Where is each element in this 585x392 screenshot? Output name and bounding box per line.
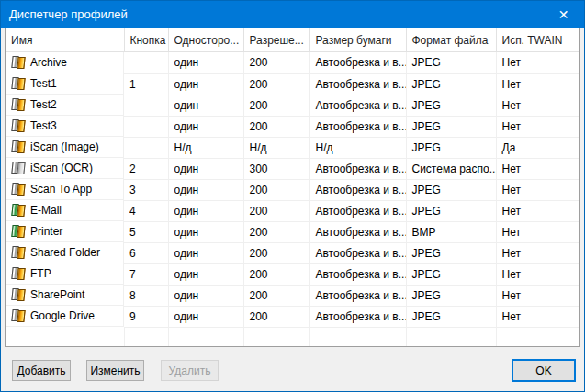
profile-manager-dialog: Диспетчер профилей ✕ Имя Кнопка Одностор… — [0, 0, 585, 392]
cell-button: 4 — [124, 200, 168, 221]
cell-name: FTP — [6, 263, 124, 285]
cell-button: 3 — [124, 179, 168, 200]
profile-books-icon — [11, 182, 27, 196]
table-row[interactable]: SharePoint8один200Автообрезка и в...JPEG… — [6, 285, 579, 306]
cell-twain: Нет — [496, 73, 579, 95]
cell-format: JPEG — [406, 137, 496, 158]
column-header-name[interactable]: Имя — [6, 28, 124, 52]
empty-row — [6, 327, 579, 346]
cell-resolution: 200 — [243, 179, 309, 200]
empty-cell — [168, 327, 243, 346]
column-header-button[interactable]: Кнопка — [124, 28, 168, 52]
cell-paper: Н/д — [309, 137, 406, 158]
table-row[interactable]: iScan (OCR)2один300Автообрезка и в...Сис… — [6, 158, 579, 179]
cell-paper: Автообрезка и в... — [309, 263, 406, 285]
cell-name: SharePoint — [6, 285, 124, 306]
cell-simplex: один — [168, 158, 243, 179]
column-header-simplex[interactable]: Односторо... — [168, 28, 243, 52]
cell-twain: Да — [496, 137, 579, 158]
table-row[interactable]: Shared Folder6один200Автообрезка и в...J… — [6, 242, 579, 263]
cell-button — [124, 52, 168, 74]
profile-name: E-Mail — [30, 204, 62, 217]
cell-twain: Нет — [496, 306, 579, 327]
empty-cell — [243, 327, 309, 346]
cell-button — [124, 116, 168, 137]
cell-button: 9 — [124, 306, 168, 327]
cell-format: JPEG — [406, 116, 496, 137]
profile-books-icon — [11, 224, 27, 239]
cell-name: iScan (OCR) — [6, 158, 124, 179]
cell-format: JPEG — [406, 242, 496, 263]
profile-books-icon — [11, 118, 27, 133]
cell-resolution: 200 — [243, 95, 309, 116]
column-header-paper[interactable]: Размер бумаги — [309, 28, 406, 52]
profile-name: Printer — [30, 225, 62, 238]
cell-button: 1 — [124, 73, 168, 95]
cell-simplex: один — [168, 52, 243, 74]
cell-button: 7 — [124, 263, 168, 285]
cell-format: JPEG — [406, 52, 496, 74]
add-button[interactable]: Добавить — [12, 360, 71, 381]
cell-button: 8 — [124, 285, 168, 306]
cell-format: Система распо... — [406, 158, 496, 179]
cell-paper: Автообрезка и в... — [309, 158, 406, 179]
table-row[interactable]: Test11один200Автообрезка и в...JPEGНет — [6, 73, 579, 95]
cell-paper: Автообрезка и в... — [309, 179, 406, 200]
cell-button — [124, 95, 168, 116]
profile-books-icon — [11, 140, 27, 154]
delete-button: Удалить — [161, 360, 219, 381]
profile-name: Scan To App — [30, 183, 92, 196]
cell-name: Printer — [6, 221, 124, 242]
empty-cell — [6, 327, 124, 346]
cell-resolution: 200 — [243, 200, 309, 221]
cell-paper: Автообрезка и в... — [309, 285, 406, 306]
table-row[interactable]: Archiveодин200Автообрезка и в...JPEGНет — [6, 52, 579, 74]
cell-name: Scan To App — [6, 179, 124, 200]
cell-paper: Автообрезка и в... — [309, 95, 406, 116]
column-header-format[interactable]: Формат файла — [406, 28, 496, 52]
cell-resolution: 200 — [243, 221, 309, 242]
table-row[interactable]: Google Drive9один200Автообрезка и в...JP… — [6, 306, 579, 327]
close-icon[interactable]: ✕ — [543, 1, 584, 28]
profile-books-icon — [11, 245, 27, 260]
empty-cell — [406, 327, 496, 346]
cell-simplex: Н/д — [168, 137, 243, 158]
table-row[interactable]: iScan (Image)Н/дН/дН/дJPEGДа — [6, 137, 579, 158]
cell-simplex: один — [168, 95, 243, 116]
column-header-resolution[interactable]: Разреше... — [243, 28, 309, 52]
cell-twain: Нет — [496, 179, 579, 200]
profiles-listview[interactable]: Имя Кнопка Односторо... Разреше... Разме… — [5, 28, 580, 347]
edit-button[interactable]: Изменить — [86, 360, 144, 381]
profile-books-icon — [11, 97, 27, 112]
table-row[interactable]: Test3один200Автообрезка и в...JPEGНет — [6, 116, 579, 137]
profile-name: Archive — [30, 56, 67, 69]
table-row[interactable]: Printer5один200Автообрезка и в...BMPНет — [6, 221, 579, 242]
cell-simplex: один — [168, 73, 243, 95]
cell-format: JPEG — [406, 200, 496, 221]
cell-format: JPEG — [406, 95, 496, 116]
window-title: Диспетчер профилей — [1, 7, 543, 21]
profile-books-icon — [11, 308, 27, 323]
cell-button: 5 — [124, 221, 168, 242]
cell-simplex: один — [168, 263, 243, 285]
cell-format: JPEG — [406, 306, 496, 327]
cell-simplex: один — [168, 179, 243, 200]
table-row[interactable]: E-Mail4один200Автообрезка и в...JPEGНет — [6, 200, 579, 221]
profile-books-icon — [11, 76, 27, 91]
cell-twain: Нет — [496, 95, 579, 116]
profile-name: Shared Folder — [30, 246, 100, 259]
cell-format: JPEG — [406, 263, 496, 285]
titlebar[interactable]: Диспетчер профилей ✕ — [1, 1, 584, 28]
profile-books-icon — [11, 266, 27, 281]
table-row[interactable]: Test2один200Автообрезка и в...JPEGНет — [6, 95, 579, 116]
empty-cell — [496, 327, 579, 346]
profile-name: Test3 — [30, 119, 57, 132]
column-header-twain[interactable]: Исп. TWAIN — [496, 28, 579, 52]
ok-button[interactable]: OK — [512, 359, 576, 382]
table-row[interactable]: FTP7один200Автообрезка и в...JPEGНет — [6, 263, 579, 285]
cell-resolution: 200 — [243, 73, 309, 95]
table-row[interactable]: Scan To App3один200Автообрезка и в...JPE… — [6, 179, 579, 200]
cell-resolution: 200 — [243, 285, 309, 306]
cell-simplex: один — [168, 306, 243, 327]
cell-twain: Нет — [496, 285, 579, 306]
